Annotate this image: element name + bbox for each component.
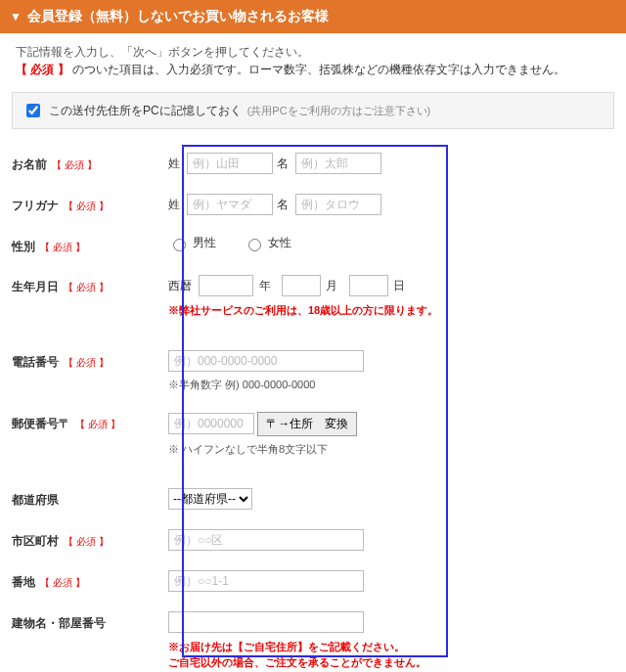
form: お名前 【 必須 】 姓 名 フリガナ 【 必須 】 姓 名 — [12, 143, 614, 672]
section-header: ▼ 会員登録（無料）しないでお買い物されるお客様 — [0, 0, 626, 33]
zip-hint: ※ ハイフンなしで半角8文字以下 — [168, 442, 614, 457]
remember-note: (共用PCをご利用の方はご注意下さい) — [247, 104, 431, 118]
gender-female-radio[interactable] — [248, 239, 261, 251]
label-mei: 名 — [277, 157, 289, 170]
label-kana-mei: 名 — [277, 198, 289, 211]
label-building: 建物名・部屋番号 — [12, 611, 168, 632]
kana-sei-input[interactable] — [187, 194, 273, 215]
label-street: 番地 【 必須 】 — [12, 570, 168, 591]
name-sei-input[interactable] — [187, 153, 273, 174]
section-title: 会員登録（無料）しないでお買い物されるお客様 — [27, 8, 329, 25]
label-sei: 姓 — [168, 157, 180, 170]
label-pref: 都道府県 — [12, 488, 168, 509]
label-kana-sei: 姓 — [168, 198, 180, 211]
label-year: 年 — [259, 279, 271, 292]
phone-input[interactable] — [168, 350, 364, 372]
dob-year-input[interactable] — [199, 275, 253, 296]
instructions: 下記情報を入力し、「次へ」ボタンを押してください。 【 必須 】 のついた項目は… — [16, 43, 610, 78]
zip-to-address-button[interactable]: 〒→住所 変換 — [257, 412, 357, 436]
remember-checkbox[interactable] — [26, 104, 40, 117]
instruction-line-1: 下記情報を入力し、「次へ」ボタンを押してください。 — [16, 43, 610, 61]
dob-warning: ※弊社サービスのご利用は、18歳以上の方に限ります。 — [168, 302, 614, 319]
building-input[interactable] — [168, 611, 364, 633]
label-kana: フリガナ 【 必須 】 — [12, 194, 168, 214]
label-month: 月 — [326, 279, 337, 292]
phone-hint: ※半角数字 例) 000-0000-0000 — [168, 378, 614, 392]
label-day: 日 — [393, 279, 405, 292]
required-badge: 【 必須 】 — [16, 63, 69, 76]
label-era: 西暦 — [168, 279, 192, 292]
remember-address-box: この送付先住所をPCに記憶しておく (共用PCをご利用の方はご注意下さい) — [12, 92, 614, 129]
remember-label: この送付先住所をPCに記憶しておく — [49, 103, 242, 119]
pref-select[interactable]: --都道府県-- — [168, 488, 252, 510]
label-dob: 生年月日 【 必須 】 — [12, 275, 168, 295]
label-phone: 電話番号 【 必須 】 — [12, 350, 168, 371]
label-zip: 郵便番号〒 【 必須 】 — [12, 412, 168, 432]
dob-day-input[interactable] — [349, 275, 388, 296]
gender-male-option[interactable]: 男性 — [168, 236, 220, 249]
instruction-line-2: 【 必須 】 のついた項目は、入力必須です。ローマ数字、括弧株などの機種依存文字… — [16, 61, 610, 78]
gender-female-option[interactable]: 女性 — [244, 236, 291, 249]
kana-mei-input[interactable] — [295, 194, 381, 215]
label-city: 市区町村 【 必須 】 — [12, 529, 168, 550]
chevron-down-icon: ▼ — [10, 10, 22, 23]
gender-male-radio[interactable] — [173, 239, 186, 251]
label-name: お名前 【 必須 】 — [12, 153, 168, 173]
label-gender: 性別 【 必須 】 — [12, 235, 168, 255]
building-warning: ※お届け先は【ご自宅住所】をご記載ください。 ご自宅以外の場合、ご注文を承ること… — [168, 639, 614, 671]
city-input[interactable] — [168, 529, 364, 551]
street-input[interactable] — [168, 570, 364, 592]
dob-month-input[interactable] — [282, 275, 321, 296]
zip-input[interactable] — [168, 413, 254, 434]
name-mei-input[interactable] — [295, 153, 381, 174]
